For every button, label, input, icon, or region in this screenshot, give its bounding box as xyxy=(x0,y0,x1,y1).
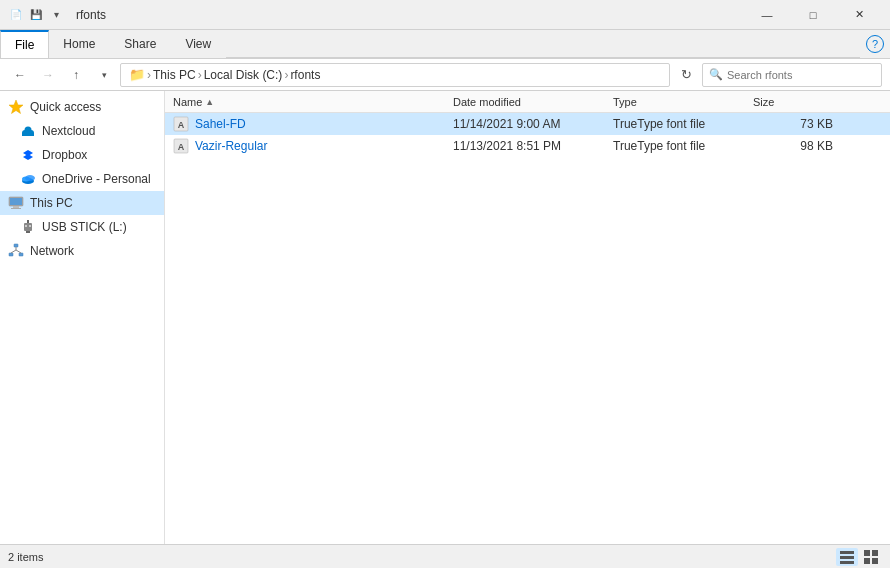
main-area: Quick access Nextcloud Dropb xyxy=(0,91,890,544)
file-size-vazir: 98 KB xyxy=(753,139,833,153)
dropbox-icon xyxy=(20,147,36,163)
content-area: Name ▲ Date modified Type Size A xyxy=(165,91,890,544)
svg-rect-31 xyxy=(840,561,854,564)
col-header-date[interactable]: Date modified xyxy=(453,96,613,108)
network-icon xyxy=(8,243,24,259)
titlebar: 📄 💾 ▾ rfonts — □ ✕ xyxy=(0,0,890,30)
svg-rect-29 xyxy=(840,551,854,554)
view-large-icons-button[interactable] xyxy=(860,548,882,566)
tab-share[interactable]: Share xyxy=(110,30,171,58)
address-path[interactable]: 📁 › This PC › Local Disk (C:) › rfonts xyxy=(120,63,670,87)
svg-rect-13 xyxy=(11,208,21,209)
svg-rect-4 xyxy=(22,133,34,136)
svg-rect-15 xyxy=(26,231,30,233)
svg-rect-12 xyxy=(13,206,19,208)
file-size-sahel: 73 KB xyxy=(753,117,833,131)
svg-rect-30 xyxy=(840,556,854,559)
path-sep-2: › xyxy=(198,68,202,82)
path-segment-localdisk[interactable]: Local Disk (C:) xyxy=(204,68,283,82)
sidebar-item-this-pc[interactable]: This PC xyxy=(0,191,164,215)
file-type-sahel: TrueType font file xyxy=(613,117,753,131)
minimize-button[interactable]: — xyxy=(744,0,790,30)
svg-point-9 xyxy=(25,175,35,181)
svg-rect-34 xyxy=(864,558,870,564)
sidebar-label-dropbox: Dropbox xyxy=(42,148,87,162)
tab-home[interactable]: Home xyxy=(49,30,110,58)
forward-button[interactable]: → xyxy=(36,63,60,87)
refresh-button[interactable]: ↻ xyxy=(674,63,698,87)
statusbar: 2 items xyxy=(0,544,890,568)
path-sep-3: › xyxy=(284,68,288,82)
view-controls xyxy=(836,548,882,566)
svg-text:A: A xyxy=(178,142,185,152)
titlebar-system-icons: 📄 💾 ▾ xyxy=(8,7,64,23)
ribbon-help-button[interactable]: ? xyxy=(866,35,884,53)
path-folder-icon: 📁 xyxy=(129,67,145,82)
recent-locations-button[interactable]: ▾ xyxy=(92,63,116,87)
search-input[interactable] xyxy=(727,69,875,81)
up-button[interactable]: ↑ xyxy=(64,63,88,87)
titlebar-doc-icon: 📄 xyxy=(8,7,24,23)
path-segment-rfonts[interactable]: rfonts xyxy=(290,68,320,82)
sidebar-item-quick-access[interactable]: Quick access xyxy=(0,95,164,119)
tab-view[interactable]: View xyxy=(171,30,226,58)
file-name-sahel: Sahel-FD xyxy=(195,117,453,131)
svg-rect-21 xyxy=(19,253,23,256)
status-items-count: 2 items xyxy=(8,551,43,563)
addressbar: ← → ↑ ▾ 📁 › This PC › Local Disk (C:) › … xyxy=(0,59,890,91)
sort-arrow-name: ▲ xyxy=(205,97,214,107)
sidebar-label-onedrive: OneDrive - Personal xyxy=(42,172,151,186)
tab-file[interactable]: File xyxy=(0,30,49,58)
sidebar-label-this-pc: This PC xyxy=(30,196,73,210)
svg-rect-20 xyxy=(9,253,13,256)
svg-rect-18 xyxy=(29,225,31,227)
nextcloud-icon xyxy=(20,123,36,139)
view-details-button[interactable] xyxy=(836,548,858,566)
svg-rect-35 xyxy=(872,558,878,564)
sidebar-item-usb-stick[interactable]: USB STICK (L:) xyxy=(0,215,164,239)
search-box[interactable]: 🔍 xyxy=(702,63,882,87)
sidebar-item-network[interactable]: Network xyxy=(0,239,164,263)
titlebar-dropdown-icon[interactable]: ▾ xyxy=(48,7,64,23)
svg-rect-19 xyxy=(14,244,18,247)
table-row[interactable]: A Sahel-FD 11/14/2021 9:00 AM TrueType f… xyxy=(165,113,890,135)
sidebar: Quick access Nextcloud Dropb xyxy=(0,91,165,544)
column-headers: Name ▲ Date modified Type Size xyxy=(165,91,890,113)
back-button[interactable]: ← xyxy=(8,63,32,87)
ribbon-tabs: File Home Share View ? xyxy=(0,30,890,58)
sidebar-label-quick-access: Quick access xyxy=(30,100,101,114)
sidebar-item-dropbox[interactable]: Dropbox xyxy=(0,143,164,167)
svg-rect-33 xyxy=(872,550,878,556)
svg-marker-0 xyxy=(9,100,23,114)
sidebar-item-nextcloud[interactable]: Nextcloud xyxy=(0,119,164,143)
star-icon xyxy=(8,99,24,115)
svg-rect-17 xyxy=(25,225,27,227)
file-date-vazir: 11/13/2021 8:51 PM xyxy=(453,139,613,153)
sidebar-label-nextcloud: Nextcloud xyxy=(42,124,95,138)
path-sep-1: › xyxy=(147,68,151,82)
col-header-type[interactable]: Type xyxy=(613,96,753,108)
file-name-vazir: Vazir-Regular xyxy=(195,139,453,153)
col-header-size[interactable]: Size xyxy=(753,96,833,108)
file-type-vazir: TrueType font file xyxy=(613,139,753,153)
svg-rect-11 xyxy=(10,198,22,205)
titlebar-controls: — □ ✕ xyxy=(744,0,882,30)
svg-line-24 xyxy=(16,250,21,253)
col-header-name[interactable]: Name ▲ xyxy=(173,96,453,108)
font-file-icon: A xyxy=(173,116,189,132)
usb-icon xyxy=(20,219,36,235)
onedrive-icon xyxy=(20,171,36,187)
computer-icon xyxy=(8,195,24,211)
maximize-button[interactable]: □ xyxy=(790,0,836,30)
svg-marker-6 xyxy=(23,154,33,160)
file-list: A Sahel-FD 11/14/2021 9:00 AM TrueType f… xyxy=(165,113,890,544)
path-segment-thispc[interactable]: This PC xyxy=(153,68,196,82)
sidebar-label-usb-stick: USB STICK (L:) xyxy=(42,220,127,234)
titlebar-title: rfonts xyxy=(72,8,744,22)
table-row[interactable]: A Vazir-Regular 11/13/2021 8:51 PM TrueT… xyxy=(165,135,890,157)
sidebar-item-onedrive[interactable]: OneDrive - Personal xyxy=(0,167,164,191)
file-date-sahel: 11/14/2021 9:00 AM xyxy=(453,117,613,131)
titlebar-save-icon: 💾 xyxy=(28,7,44,23)
close-button[interactable]: ✕ xyxy=(836,0,882,30)
svg-line-23 xyxy=(11,250,16,253)
